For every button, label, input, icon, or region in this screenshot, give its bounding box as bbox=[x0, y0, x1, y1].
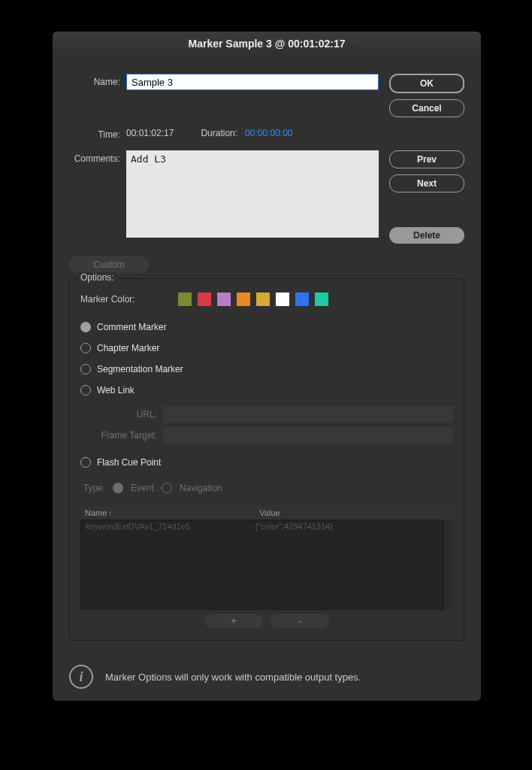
time-label: Time: bbox=[69, 126, 126, 140]
dialog-title: Marker Sample 3 @ 00:01:02:17 bbox=[53, 32, 481, 56]
radio-label: Flash Cue Point bbox=[97, 457, 161, 468]
sort-asc-icon: ↑ bbox=[108, 509, 112, 517]
radio-ring-icon bbox=[80, 364, 91, 374]
cell-value: {"color":4294741314} bbox=[255, 522, 439, 531]
swatch[interactable] bbox=[315, 293, 328, 306]
radio-label: Chapter Marker bbox=[97, 343, 159, 353]
swatch[interactable] bbox=[276, 293, 289, 306]
radio-label: Web Link bbox=[97, 385, 135, 396]
radio-dot-icon bbox=[80, 322, 91, 332]
cue-table-header: Name↑ Value bbox=[80, 506, 453, 520]
radio-dot-icon bbox=[113, 483, 123, 493]
marker-color-label: Marker Color: bbox=[80, 294, 178, 305]
cell-name: keywordExtDVAv1_714d1e5 bbox=[86, 522, 255, 531]
radio-ring-icon bbox=[162, 483, 172, 493]
marker-color-swatches bbox=[178, 293, 328, 306]
comments-input[interactable]: Add L3 bbox=[126, 150, 379, 238]
swatch[interactable] bbox=[295, 293, 309, 306]
col-value[interactable]: Value bbox=[259, 508, 280, 517]
time-value[interactable]: 00:01:02:17 bbox=[126, 128, 174, 138]
frame-target-input bbox=[163, 427, 453, 444]
name-label: Name: bbox=[69, 74, 126, 87]
name-input[interactable] bbox=[126, 74, 379, 90]
radio-label: Comment Marker bbox=[97, 322, 167, 332]
ok-button[interactable]: OK bbox=[389, 74, 464, 93]
url-input bbox=[163, 406, 453, 423]
url-label: URL: bbox=[97, 409, 163, 420]
radio-label: Segmentation Marker bbox=[97, 364, 183, 374]
swatch[interactable] bbox=[256, 293, 270, 306]
comments-label: Comments: bbox=[69, 150, 126, 164]
swatch[interactable] bbox=[198, 293, 211, 306]
prev-button[interactable]: Prev bbox=[389, 150, 464, 168]
radio-segmentation-marker[interactable]: Segmentation Marker bbox=[80, 359, 453, 380]
col-name[interactable]: Name bbox=[85, 508, 107, 517]
next-button[interactable]: Next bbox=[389, 174, 464, 192]
custom-chip: Custom bbox=[69, 256, 149, 274]
radio-ring-icon bbox=[80, 457, 91, 468]
swatch[interactable] bbox=[217, 293, 231, 306]
delete-button[interactable]: Delete bbox=[389, 227, 464, 244]
cancel-button[interactable]: Cancel bbox=[389, 99, 464, 117]
info-icon: i bbox=[69, 665, 93, 689]
info-text: Marker Options will only work with compa… bbox=[105, 671, 361, 683]
radio-comment-marker[interactable]: Comment Marker bbox=[80, 317, 453, 338]
duration-label: Duration: bbox=[201, 128, 237, 138]
radio-flash-cue-point[interactable]: Flash Cue Point bbox=[80, 452, 453, 473]
marker-dialog: Marker Sample 3 @ 00:01:02:17 Name: OK C… bbox=[53, 32, 481, 701]
remove-cue-button: - bbox=[271, 614, 329, 628]
cue-table: keywordExtDVAv1_714d1e5 {"color":4294741… bbox=[80, 520, 444, 610]
radio-web-link[interactable]: Web Link bbox=[80, 380, 453, 401]
radio-ring-icon bbox=[80, 385, 91, 396]
scrollbar[interactable] bbox=[444, 520, 453, 610]
options-label: Options: bbox=[77, 272, 117, 283]
duration-value[interactable]: 00:00:00:00 bbox=[245, 128, 292, 138]
table-row[interactable]: keywordExtDVAv1_714d1e5 {"color":4294741… bbox=[81, 520, 443, 532]
frame-target-label: Frame Target: bbox=[97, 430, 163, 441]
radio-chapter-marker[interactable]: Chapter Marker bbox=[80, 338, 453, 359]
navigation-label: Navigation bbox=[180, 483, 222, 493]
event-label: Event bbox=[131, 483, 154, 493]
swatch[interactable] bbox=[237, 293, 250, 306]
swatch[interactable] bbox=[178, 293, 192, 306]
type-label: Type: bbox=[83, 483, 105, 493]
radio-ring-icon bbox=[80, 343, 91, 353]
add-cue-button: + bbox=[204, 614, 263, 628]
options-group: Options: Marker Color: Comment Marker bbox=[69, 278, 464, 641]
